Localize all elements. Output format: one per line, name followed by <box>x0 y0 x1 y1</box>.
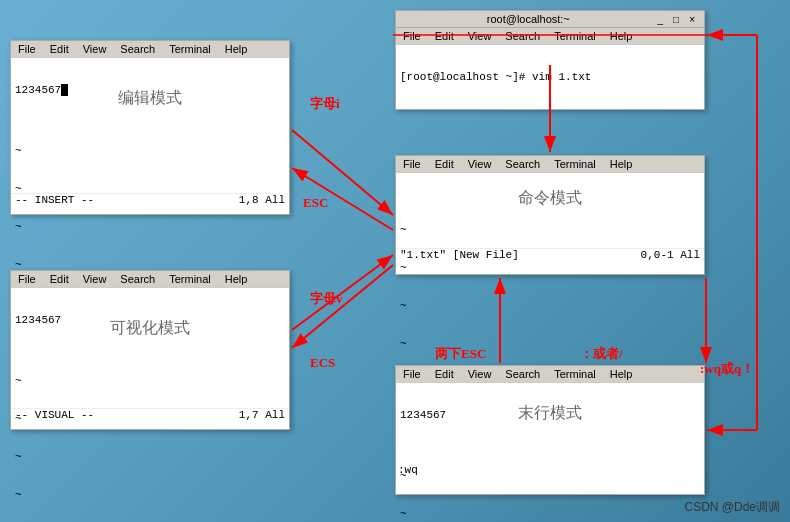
menu-edit[interactable]: Edit <box>432 29 457 43</box>
lastline-body: 1234567 ~ ~ ~ 末行模式 :wq <box>396 383 704 478</box>
menu-edit[interactable]: Edit <box>432 157 457 171</box>
insert-mode-terminal: File Edit View Search Terminal Help 1234… <box>10 40 290 215</box>
top-right-title: root@localhost:~ <box>402 13 655 25</box>
menu-file[interactable]: File <box>400 157 424 171</box>
menu-help[interactable]: Help <box>607 367 636 381</box>
command-mode-terminal: File Edit View Search Terminal Help ~ ~ … <box>395 155 705 275</box>
lastline-menubar: File Edit View Search Terminal Help <box>396 366 704 383</box>
menu-terminal[interactable]: Terminal <box>166 42 214 56</box>
csdn-label: CSDN @Dde调调 <box>684 499 780 516</box>
menu-view[interactable]: View <box>80 272 110 286</box>
menu-search[interactable]: Search <box>502 367 543 381</box>
menu-view[interactable]: View <box>465 157 495 171</box>
visual-tildes: ~ ~ ~ ~ ~ <box>15 350 285 522</box>
menu-search[interactable]: Search <box>117 42 158 56</box>
maximize-btn[interactable]: □ <box>670 14 682 25</box>
menu-view[interactable]: View <box>465 29 495 43</box>
menu-help[interactable]: Help <box>607 157 636 171</box>
insert-menubar: File Edit View Search Terminal Help <box>11 41 289 58</box>
menu-help[interactable]: Help <box>222 42 251 56</box>
menu-view[interactable]: View <box>465 367 495 381</box>
menu-edit[interactable]: Edit <box>47 272 72 286</box>
svg-line-5 <box>292 255 393 330</box>
cmd-menubar: File Edit View Search Terminal Help <box>396 156 704 173</box>
ecs-label: ECS <box>310 355 335 371</box>
menu-terminal[interactable]: Terminal <box>551 29 599 43</box>
wq-label: :wq或q！ <box>700 360 754 378</box>
menu-terminal[interactable]: Terminal <box>551 157 599 171</box>
menu-file[interactable]: File <box>400 367 424 381</box>
svg-line-3 <box>292 130 393 215</box>
top-right-controls[interactable]: _ □ × <box>655 14 698 25</box>
menu-help[interactable]: Help <box>222 272 251 286</box>
lastline-mode-terminal: File Edit View Search Terminal Help 1234… <box>395 365 705 495</box>
letter-v-label: 字母v <box>310 290 343 308</box>
tilde-lines-lastline: ~ ~ ~ <box>400 445 700 522</box>
menu-edit[interactable]: Edit <box>47 42 72 56</box>
cmd-body: ~ ~ ~ ~ 命令模式 <box>396 173 704 248</box>
lastline-cmd: :wq <box>398 464 418 476</box>
tilde-lines: ~ ~ ~ ~ <box>400 199 700 375</box>
visual-mode-terminal: File Edit View Search Terminal Help 1234… <box>10 270 290 430</box>
close-btn[interactable]: × <box>686 14 698 25</box>
menu-file[interactable]: File <box>15 272 39 286</box>
top-right-terminal: root@localhost:~ _ □ × File Edit View Se… <box>395 10 705 110</box>
visual-body: 1234567 ~ ~ ~ ~ ~ 可视化模式 <box>11 288 289 408</box>
visual-mode-label: 可视化模式 <box>110 318 190 339</box>
insert-mode-label: 编辑模式 <box>118 88 182 109</box>
command-line: [root@localhost ~]# vim 1.txt <box>400 71 700 83</box>
visual-menubar: File Edit View Search Terminal Help <box>11 271 289 288</box>
menu-search[interactable]: Search <box>117 272 158 286</box>
letter-i-label: 字母i <box>310 95 340 113</box>
esc-label: ESC <box>303 195 328 211</box>
menu-file[interactable]: File <box>400 29 424 43</box>
menu-terminal[interactable]: Terminal <box>551 367 599 381</box>
svg-line-4 <box>292 168 393 230</box>
command-mode-label: 命令模式 <box>518 188 582 209</box>
cursor <box>61 84 68 96</box>
top-right-menubar: File Edit View Search Terminal Help <box>396 28 704 45</box>
menu-file[interactable]: File <box>15 42 39 56</box>
svg-line-6 <box>292 265 393 348</box>
menu-help[interactable]: Help <box>607 29 636 43</box>
menu-edit[interactable]: Edit <box>432 367 457 381</box>
top-right-body: [root@localhost ~]# vim 1.txt <box>396 45 704 109</box>
insert-body: 1234567 ~ ~ ~ ~ ~ ~ 编辑模式 <box>11 58 289 193</box>
menu-terminal[interactable]: Terminal <box>166 272 214 286</box>
minimize-btn[interactable]: _ <box>655 14 667 25</box>
top-right-titlebar: root@localhost:~ _ □ × <box>396 11 704 28</box>
menu-search[interactable]: Search <box>502 157 543 171</box>
menu-view[interactable]: View <box>80 42 110 56</box>
menu-search[interactable]: Search <box>502 29 543 43</box>
lastline-mode-label: 末行模式 <box>518 403 582 424</box>
